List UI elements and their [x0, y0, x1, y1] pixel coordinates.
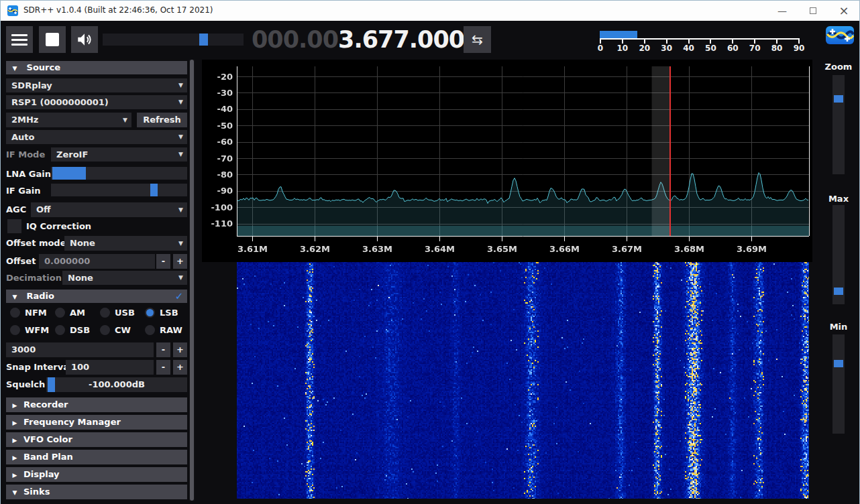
snr-meter-tick-label: 20: [636, 44, 653, 53]
antenna-select[interactable]: Auto ▼: [6, 130, 187, 144]
agc-value: Off: [36, 204, 51, 214]
chevron-down-icon: ▼: [178, 130, 183, 144]
driver-select[interactable]: SDRplay ▼: [6, 78, 187, 92]
zoom-slider-handle[interactable]: [834, 95, 843, 103]
panel-title: Frequency Manager: [23, 417, 121, 427]
panel-header-sinks[interactable]: ▼Sinks: [6, 485, 187, 499]
agc-select[interactable]: Off ▼: [31, 202, 187, 217]
offset-decrement-button[interactable]: -: [156, 254, 170, 269]
device-select[interactable]: RSP1 (0000000001) ▼: [6, 95, 187, 109]
close-button[interactable]: ×: [828, 1, 859, 21]
snr-meter-tick: [754, 38, 755, 44]
snap-interval-input[interactable]: 100: [66, 360, 154, 375]
squelch-value: -100.000dB: [46, 377, 187, 392]
snr-meter-tick: [688, 38, 690, 44]
min-label: Min: [820, 322, 857, 332]
radio-circle-icon: [55, 325, 65, 335]
chevron-down-icon: ▼: [178, 95, 183, 109]
radio-circle-icon: [55, 308, 65, 318]
chevron-down-icon: ▼: [123, 113, 127, 127]
panel-header-band-plan[interactable]: ▶Band Plan: [6, 450, 187, 464]
offset-input[interactable]: 0.000000: [39, 254, 155, 269]
panel-header-recorder[interactable]: ▶Recorder: [6, 397, 187, 412]
min-slider[interactable]: [832, 334, 845, 434]
radio-circle-icon: [145, 325, 155, 335]
lna-gain-slider[interactable]: [51, 167, 187, 180]
panel-title: Recorder: [23, 399, 68, 410]
mode-nfm[interactable]: NFM: [10, 308, 52, 318]
snr-meter-bar: [600, 31, 637, 38]
refresh-button[interactable]: Refresh: [137, 113, 187, 127]
swap-button[interactable]: ⇆: [464, 26, 491, 53]
mode-dsb[interactable]: DSB: [55, 325, 97, 336]
mode-label: NFM: [25, 308, 47, 318]
frequency-display[interactable]: 000.003.677.000: [252, 23, 464, 56]
stop-button[interactable]: [39, 26, 66, 53]
snr-meter-tick-label: 80: [768, 44, 786, 53]
frequency-dim-digits[interactable]: 000.00: [252, 26, 338, 53]
snr-meter-tick: [798, 38, 800, 44]
menu-button[interactable]: [6, 26, 33, 53]
radio-circle-icon: [145, 308, 155, 318]
chevron-down-icon: ▼: [178, 236, 183, 251]
sidebar-scrollbar[interactable]: [189, 60, 195, 501]
bandwidth-input[interactable]: 3000: [6, 342, 154, 357]
collapse-icon: ▶: [6, 398, 23, 413]
maximize-button[interactable]: [798, 1, 828, 21]
snr-meter-tick: [666, 38, 667, 44]
frequency-digits[interactable]: 3.677.000: [338, 26, 464, 53]
radio-panel-header[interactable]: ▼ Radio ✓: [6, 290, 187, 303]
panel-header-frequency-manager[interactable]: ▶Frequency Manager: [6, 415, 187, 430]
lna-gain-handle[interactable]: [52, 167, 86, 180]
mode-usb[interactable]: USB: [100, 308, 142, 318]
radio-circle-icon: [100, 325, 110, 335]
volume-button[interactable]: [71, 26, 98, 53]
if-gain-slider[interactable]: [51, 184, 187, 196]
swap-icon: ⇆: [472, 32, 483, 48]
panel-header-display[interactable]: ▶Display: [6, 467, 187, 482]
squelch-slider[interactable]: -100.000dB: [46, 377, 187, 392]
mode-am[interactable]: AM: [55, 308, 97, 318]
collapse-icon: ▼: [6, 62, 23, 75]
offset-increment-button[interactable]: +: [173, 254, 187, 269]
agc-label: AGC: [6, 204, 26, 214]
snap-increment-button[interactable]: +: [173, 360, 187, 375]
offset-label: Offset: [6, 256, 36, 266]
sidebar-scrollbar-thumb[interactable]: [190, 60, 194, 501]
iq-correction-checkbox[interactable]: [7, 219, 21, 233]
maximize-icon: [810, 7, 816, 14]
mode-raw[interactable]: RAW: [145, 325, 186, 336]
if-gain-handle[interactable]: [150, 184, 158, 196]
snr-meter-tick: [600, 38, 601, 44]
offset-mode-select[interactable]: None ▼: [64, 236, 187, 251]
app-window: SDR++ v1.0.4 (Built at 22:46:36, Oct 17 …: [0, 0, 860, 504]
snr-meter-tick: [776, 38, 777, 44]
titlebar: SDR++ v1.0.4 (Built at 22:46:36, Oct 17 …: [1, 1, 859, 21]
zoom-slider[interactable]: [832, 75, 845, 174]
menu-icon: [11, 32, 28, 48]
fft-spectrum-plot[interactable]: [202, 60, 812, 262]
min-slider-handle[interactable]: [834, 360, 843, 367]
mode-lsb[interactable]: LSB: [145, 308, 186, 318]
mode-cw[interactable]: CW: [100, 325, 142, 336]
decimation-select[interactable]: None ▼: [62, 271, 187, 285]
volume-slider-handle[interactable]: [199, 34, 208, 46]
chevron-down-icon: ▼: [178, 78, 183, 92]
panel-header-vfo-color[interactable]: ▶VFO Color: [6, 432, 187, 447]
source-panel-header[interactable]: ▼ Source: [6, 61, 187, 74]
snap-decrement-button[interactable]: -: [156, 360, 170, 375]
mode-wfm[interactable]: WFM: [10, 325, 52, 336]
bandwidth-increment-button[interactable]: +: [173, 342, 187, 357]
samplerate-select[interactable]: 2MHz ▼: [6, 113, 131, 127]
chevron-down-icon: ▼: [178, 271, 183, 285]
stop-icon: [46, 33, 59, 46]
collapse-icon: ▶: [6, 468, 23, 483]
minimize-button[interactable]: —: [767, 1, 798, 21]
bandwidth-decrement-button[interactable]: -: [156, 342, 170, 357]
radio-enabled-check-icon[interactable]: ✓: [172, 290, 186, 303]
max-slider-handle[interactable]: [834, 288, 843, 295]
chevron-down-icon: ▼: [178, 147, 183, 162]
volume-slider[interactable]: [103, 34, 244, 46]
waterfall-display[interactable]: [237, 262, 809, 499]
if-mode-select[interactable]: ZeroIF ▼: [51, 147, 187, 162]
